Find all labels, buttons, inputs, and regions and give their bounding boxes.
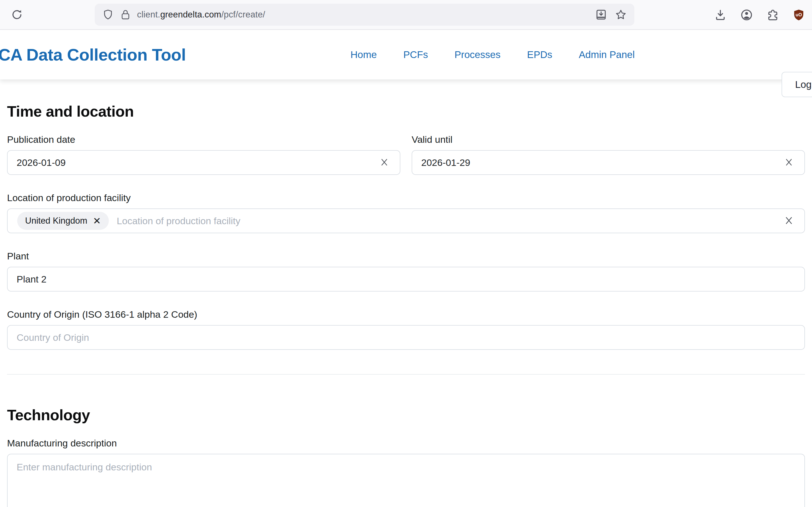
location-label: Location of production facility <box>7 192 805 203</box>
reload-button[interactable] <box>8 6 26 23</box>
nav-pcfs[interactable]: PCFs <box>403 49 428 60</box>
location-tag: United Kingdom ✕ <box>17 212 109 230</box>
address-bar[interactable]: client.greendelta.com/pcf/create/ <box>95 4 635 25</box>
nav-processes[interactable]: Processes <box>455 49 500 60</box>
plant-input[interactable] <box>7 267 805 291</box>
site-title[interactable]: CA Data Collection Tool <box>0 45 186 64</box>
lock-icon[interactable] <box>120 9 131 20</box>
valid-until-input[interactable] <box>412 150 805 175</box>
nav-admin-panel[interactable]: Admin Panel <box>579 49 635 60</box>
location-combo-input[interactable]: United Kingdom ✕ <box>7 209 805 233</box>
time-location-heading: Time and location <box>7 103 805 120</box>
profile-button[interactable] <box>740 8 753 22</box>
extensions-button[interactable] <box>766 8 779 21</box>
country-field: Country of Origin (ISO 3166-1 alpha 2 Co… <box>7 309 805 350</box>
bookmark-star-button[interactable] <box>615 8 627 21</box>
reload-icon <box>10 8 23 21</box>
url-path: /pcf/create/ <box>221 10 265 20</box>
extensions-icon <box>766 8 779 21</box>
site-header: CA Data Collection Tool Home PCFs Proces… <box>0 30 812 79</box>
tracking-shield-icon[interactable] <box>102 9 114 20</box>
ublock-button[interactable]: uO <box>792 8 805 21</box>
browser-toolbar: client.greendelta.com/pcf/create/ <box>0 0 812 30</box>
profile-icon <box>740 8 753 22</box>
manufacturing-label: Manufacturing description <box>7 438 805 449</box>
ublock-icon: uO <box>792 8 805 21</box>
clear-x-icon <box>783 157 794 168</box>
publication-date-clear-button[interactable] <box>378 156 391 169</box>
publication-date-field: Publication date <box>7 134 400 175</box>
manufacturing-textarea[interactable] <box>7 454 805 507</box>
country-label: Country of Origin (ISO 3166-1 alpha 2 Co… <box>7 309 805 320</box>
nav-epds[interactable]: EPDs <box>527 49 552 60</box>
page-content: Time and location Publication date Valid… <box>0 79 812 507</box>
url-subdomain: client. <box>137 10 160 20</box>
toolbar-right-group: uO <box>714 0 805 30</box>
valid-until-field: Valid until <box>412 134 805 175</box>
main-nav: Home PCFs Processes EPDs Admin Panel <box>350 30 635 79</box>
plant-label: Plant <box>7 251 805 262</box>
publication-date-input[interactable] <box>7 150 400 175</box>
url-host: greendelta.com <box>160 10 221 20</box>
country-input[interactable] <box>7 325 805 350</box>
clear-x-icon <box>783 215 795 226</box>
date-row: Publication date Valid until <box>7 134 805 175</box>
location-clear-button[interactable] <box>782 214 795 227</box>
valid-until-clear-button[interactable] <box>782 156 795 169</box>
bookmark-star-icon <box>615 8 627 21</box>
svg-text:uO: uO <box>796 12 802 17</box>
location-tag-label: United Kingdom <box>25 216 87 226</box>
valid-until-label: Valid until <box>412 134 805 145</box>
location-tag-remove-button[interactable]: ✕ <box>93 216 101 226</box>
save-page-button[interactable] <box>595 8 607 21</box>
location-field: Location of production facility United K… <box>7 192 805 233</box>
logout-button[interactable]: Log <box>781 72 812 97</box>
downloads-button[interactable] <box>714 8 727 21</box>
url-text: client.greendelta.com/pcf/create/ <box>137 10 265 20</box>
downloads-icon <box>714 8 727 21</box>
publication-date-label: Publication date <box>7 134 400 145</box>
manufacturing-field: Manufacturing description <box>7 438 805 507</box>
nav-home[interactable]: Home <box>350 49 377 60</box>
technology-heading: Technology <box>7 406 805 424</box>
plant-field: Plant <box>7 251 805 291</box>
clear-x-icon <box>379 157 390 168</box>
save-page-icon <box>595 8 607 21</box>
location-search-input[interactable] <box>116 215 773 227</box>
